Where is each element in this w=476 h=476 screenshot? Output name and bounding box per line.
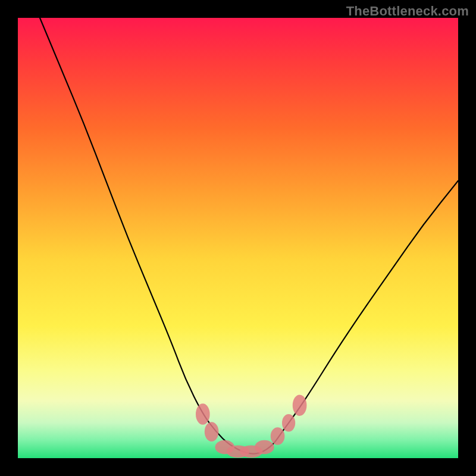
watermark-text: TheBottleneck.com <box>346 4 469 19</box>
curve-marker <box>293 394 307 416</box>
bottleneck-curve <box>40 18 458 454</box>
chart-frame: TheBottleneck.com <box>0 0 476 476</box>
curve-path <box>40 18 458 454</box>
plot-area <box>18 18 458 458</box>
curve-marker <box>282 414 295 432</box>
curve-marker <box>255 440 274 455</box>
curve-marker <box>205 422 219 441</box>
curve-markers <box>196 394 306 458</box>
curve-marker <box>196 403 210 425</box>
chart-svg <box>18 18 458 458</box>
curve-marker <box>271 427 285 445</box>
